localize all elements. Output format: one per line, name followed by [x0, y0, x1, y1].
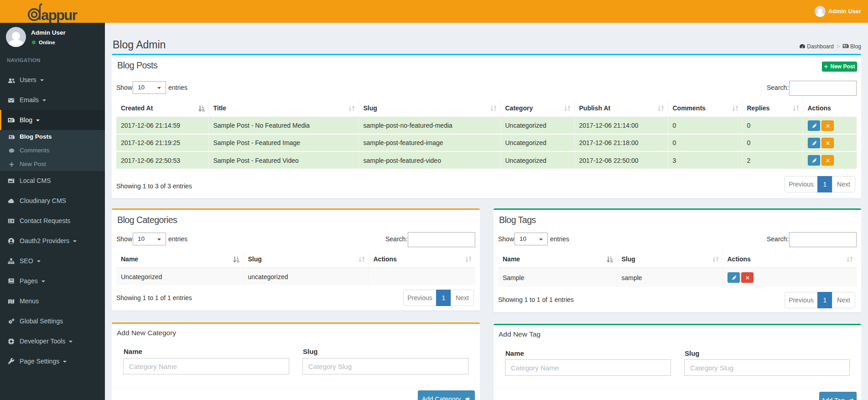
svg-text:appur: appur — [41, 7, 78, 23]
